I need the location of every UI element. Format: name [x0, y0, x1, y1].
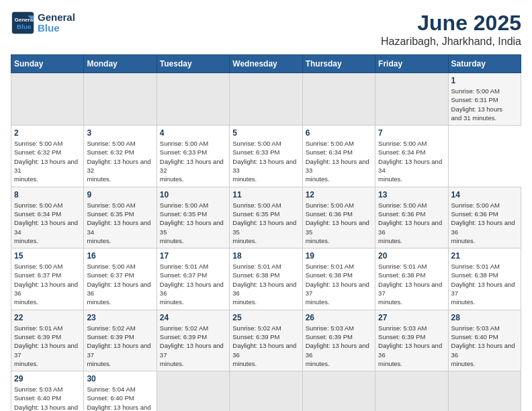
day-number: 10: [160, 190, 226, 199]
calendar-week-row: 1 Sunrise: 5:00 AMSunset: 6:31 PMDayligh…: [11, 73, 521, 126]
calendar-table: SundayMondayTuesdayWednesdayThursdayFrid…: [11, 54, 521, 411]
empty-day-cell: [375, 73, 448, 126]
day-cell: 29 Sunrise: 5:03 AMSunset: 6:40 PMDaylig…: [11, 371, 84, 411]
title-area: June 2025 Hazaribagh, Jharkhand, India: [381, 11, 521, 48]
day-info: Sunrise: 5:00 AMSunset: 6:34 PMDaylight:…: [306, 139, 372, 183]
day-number: 11: [232, 190, 299, 199]
day-header-saturday: Saturday: [448, 55, 521, 73]
day-number: 18: [232, 251, 299, 261]
day-number: 29: [14, 374, 81, 383]
day-cell: 26 Sunrise: 5:03 AMSunset: 6:39 PMDaylig…: [302, 310, 375, 371]
logo-icon: General Blue: [11, 11, 35, 35]
calendar-week-row: 22 Sunrise: 5:01 AMSunset: 6:39 PMDaylig…: [11, 310, 521, 371]
calendar-title: June 2025: [381, 11, 521, 36]
day-number: 23: [87, 313, 153, 322]
day-info: Sunrise: 5:01 AMSunset: 6:38 PMDaylight:…: [451, 262, 518, 306]
day-number: 16: [87, 251, 153, 261]
day-info: Sunrise: 5:02 AMSunset: 6:39 PMDaylight:…: [160, 324, 226, 368]
day-cell: 15 Sunrise: 5:00 AMSunset: 6:37 PMDaylig…: [11, 248, 84, 310]
empty-day-cell: [157, 73, 229, 126]
day-header-friday: Friday: [375, 55, 448, 73]
day-number: 26: [306, 313, 372, 322]
day-cell: 14 Sunrise: 5:00 AMSunset: 6:36 PMDaylig…: [448, 187, 521, 248]
day-cell: [448, 371, 521, 411]
day-cell: 27 Sunrise: 5:03 AMSunset: 6:39 PMDaylig…: [375, 310, 448, 371]
day-number: 22: [14, 313, 81, 322]
day-number: 1: [451, 76, 518, 85]
day-info: Sunrise: 5:01 AMSunset: 6:38 PMDaylight:…: [306, 262, 372, 306]
day-cell: 7 Sunrise: 5:00 AMSunset: 6:34 PMDayligh…: [375, 126, 448, 187]
day-cell: 9 Sunrise: 5:00 AMSunset: 6:35 PMDayligh…: [84, 187, 157, 248]
day-number: 4: [160, 128, 226, 138]
day-cell: 19 Sunrise: 5:01 AMSunset: 6:38 PMDaylig…: [302, 248, 375, 310]
day-number: 17: [160, 251, 226, 261]
day-cell: [230, 371, 302, 411]
day-cell: [375, 371, 448, 411]
day-info: Sunrise: 5:00 AMSunset: 6:36 PMDaylight:…: [306, 201, 372, 245]
day-number: 9: [87, 190, 153, 199]
day-info: Sunrise: 5:00 AMSunset: 6:34 PMDaylight:…: [378, 139, 445, 183]
empty-day-cell: [11, 73, 84, 126]
svg-text:Blue: Blue: [17, 23, 32, 30]
calendar-subtitle: Hazaribagh, Jharkhand, India: [381, 36, 521, 48]
day-info: Sunrise: 5:00 AMSunset: 6:35 PMDaylight:…: [87, 201, 153, 245]
day-header-tuesday: Tuesday: [157, 55, 229, 73]
day-cell: 24 Sunrise: 5:02 AMSunset: 6:39 PMDaylig…: [157, 310, 229, 371]
day-cell: 6 Sunrise: 5:00 AMSunset: 6:34 PMDayligh…: [302, 126, 375, 187]
day-number: 19: [306, 251, 372, 261]
header: General Blue General Blue June 2025 Haza…: [11, 11, 521, 48]
day-number: 7: [378, 128, 445, 138]
empty-day-cell: [302, 73, 375, 126]
day-info: Sunrise: 5:03 AMSunset: 6:40 PMDaylight:…: [14, 385, 81, 411]
day-cell: 10 Sunrise: 5:00 AMSunset: 6:35 PMDaylig…: [157, 187, 229, 248]
day-number: 13: [378, 190, 445, 199]
day-info: Sunrise: 5:03 AMSunset: 6:39 PMDaylight:…: [306, 324, 372, 368]
day-info: Sunrise: 5:00 AMSunset: 6:37 PMDaylight:…: [14, 262, 81, 306]
day-number: 28: [451, 313, 518, 322]
logo-text: General Blue: [38, 12, 75, 34]
day-info: Sunrise: 5:00 AMSunset: 6:34 PMDaylight:…: [14, 201, 81, 245]
day-cell: 12 Sunrise: 5:00 AMSunset: 6:36 PMDaylig…: [302, 187, 375, 248]
day-cell: 5 Sunrise: 5:00 AMSunset: 6:33 PMDayligh…: [230, 126, 302, 187]
day-number: 20: [378, 251, 445, 261]
day-number: 25: [232, 313, 299, 322]
day-info: Sunrise: 5:00 AMSunset: 6:36 PMDaylight:…: [451, 201, 518, 245]
day-number: 6: [306, 128, 372, 138]
calendar-header-row: SundayMondayTuesdayWednesdayThursdayFrid…: [11, 55, 521, 73]
day-info: Sunrise: 5:02 AMSunset: 6:39 PMDaylight:…: [87, 324, 153, 368]
day-info: Sunrise: 5:00 AMSunset: 6:37 PMDaylight:…: [87, 262, 153, 306]
day-cell: 18 Sunrise: 5:01 AMSunset: 6:38 PMDaylig…: [230, 248, 302, 310]
day-info: Sunrise: 5:02 AMSunset: 6:39 PMDaylight:…: [232, 324, 299, 368]
day-header-monday: Monday: [84, 55, 157, 73]
day-number: 24: [160, 313, 226, 322]
day-header-sunday: Sunday: [11, 55, 84, 73]
day-header-wednesday: Wednesday: [230, 55, 302, 73]
day-info: Sunrise: 5:00 AMSunset: 6:33 PMDaylight:…: [232, 139, 299, 183]
empty-day-cell: [230, 73, 302, 126]
day-info: Sunrise: 5:04 AMSunset: 6:40 PMDaylight:…: [87, 385, 153, 411]
day-info: Sunrise: 5:03 AMSunset: 6:40 PMDaylight:…: [451, 324, 518, 368]
day-info: Sunrise: 5:03 AMSunset: 6:39 PMDaylight:…: [378, 324, 445, 368]
calendar-week-row: 29 Sunrise: 5:03 AMSunset: 6:40 PMDaylig…: [11, 371, 521, 411]
day-number: 15: [14, 251, 81, 261]
day-header-thursday: Thursday: [302, 55, 375, 73]
day-info: Sunrise: 5:00 AMSunset: 6:33 PMDaylight:…: [160, 139, 226, 183]
day-cell: [302, 371, 375, 411]
day-cell: 20 Sunrise: 5:01 AMSunset: 6:38 PMDaylig…: [375, 248, 448, 310]
day-info: Sunrise: 5:00 AMSunset: 6:32 PMDaylight:…: [87, 139, 153, 183]
calendar-week-row: 2 Sunrise: 5:00 AMSunset: 6:32 PMDayligh…: [11, 126, 521, 187]
day-info: Sunrise: 5:00 AMSunset: 6:36 PMDaylight:…: [378, 201, 445, 245]
day-info: Sunrise: 5:01 AMSunset: 6:38 PMDaylight:…: [232, 262, 299, 306]
day-number: 27: [378, 313, 445, 322]
day-cell: 13 Sunrise: 5:00 AMSunset: 6:36 PMDaylig…: [375, 187, 448, 248]
day-cell: 25 Sunrise: 5:02 AMSunset: 6:39 PMDaylig…: [230, 310, 302, 371]
day-cell: 16 Sunrise: 5:00 AMSunset: 6:37 PMDaylig…: [84, 248, 157, 310]
empty-day-cell: [84, 73, 157, 126]
day-info: Sunrise: 5:00 AMSunset: 6:31 PMDaylight:…: [451, 87, 518, 122]
day-info: Sunrise: 5:00 AMSunset: 6:32 PMDaylight:…: [14, 139, 81, 183]
day-number: 3: [87, 128, 153, 138]
day-number: 2: [14, 128, 81, 138]
day-info: Sunrise: 5:01 AMSunset: 6:37 PMDaylight:…: [160, 262, 226, 306]
calendar-week-row: 8 Sunrise: 5:00 AMSunset: 6:34 PMDayligh…: [11, 187, 521, 248]
calendar-week-row: 15 Sunrise: 5:00 AMSunset: 6:37 PMDaylig…: [11, 248, 521, 310]
